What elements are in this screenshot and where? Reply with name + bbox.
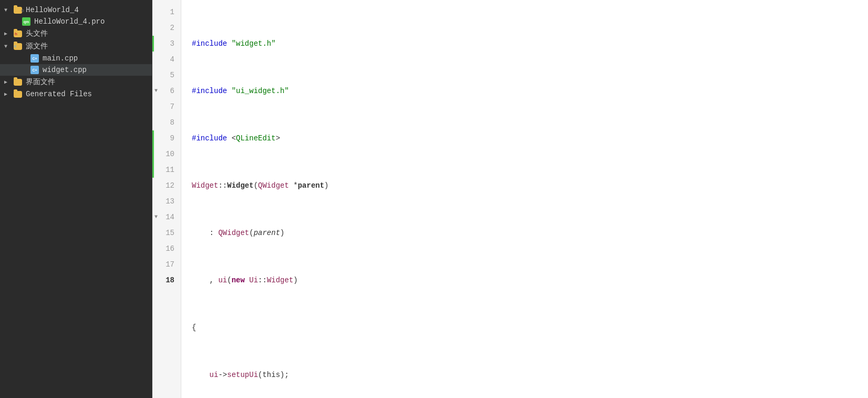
headers-folder-icon: h <box>13 29 23 38</box>
root-label: HelloWorld_4 <box>26 6 79 14</box>
sources-folder-icon: c <box>13 42 23 50</box>
current-line-bar-11 <box>152 162 154 178</box>
tree-ui-folder[interactable]: ▶ 界面文件 <box>0 76 152 88</box>
tree-headers-folder[interactable]: ▶ h 头文件 <box>0 27 152 40</box>
ui-folder-label: 界面文件 <box>26 77 55 87</box>
widget-cpp-icon: C+ <box>29 66 40 74</box>
folder-gear-icon: ⚙ <box>13 6 23 14</box>
code-line-4: Widget::Widget(QWidget *parent) <box>192 178 857 193</box>
code-editor[interactable]: 1 2 3 4 5 ▼ 6 7 8 9 10 <box>152 0 868 398</box>
line-num-1: 1 <box>152 4 181 20</box>
current-line-bar-3 <box>152 36 154 52</box>
line-num-14: ▼ 14 <box>152 209 181 225</box>
collapse-arrow-ui: ▶ <box>4 79 13 85</box>
line-numbers-panel: 1 2 3 4 5 ▼ 6 7 8 9 10 <box>152 0 181 398</box>
widget-cpp-label: widget.cpp <box>43 66 87 74</box>
line-num-18: 18 <box>152 272 181 288</box>
code-text-area[interactable]: #include "widget.h" #include "ui_widget.… <box>181 0 868 398</box>
line-num-12: 12 <box>152 178 181 193</box>
tree-main-cpp[interactable]: C+ main.cpp <box>0 53 152 64</box>
fold-arrow-6[interactable]: ▼ <box>154 83 158 99</box>
gear-overlay: ⚙ <box>22 8 24 14</box>
line-num-15: 15 <box>152 225 181 241</box>
line-num-11: 11 <box>152 162 181 178</box>
code-line-3: #include <QLineEdit> <box>192 130 857 146</box>
line-num-9: 9 <box>152 130 181 146</box>
tree-root[interactable]: ▼ ⚙ HelloWorld_4 <box>0 4 152 16</box>
line-num-3: 3 <box>152 36 181 52</box>
code-line-7: { <box>192 320 857 335</box>
fold-arrow-14[interactable]: ▼ <box>154 209 158 225</box>
line-num-2: 2 <box>152 20 181 36</box>
line-num-17: 17 <box>152 257 181 272</box>
sources-folder-label: 源文件 <box>26 42 48 51</box>
code-line-1: #include "widget.h" <box>192 36 857 52</box>
current-line-bar-10 <box>152 146 154 162</box>
collapse-arrow-gen: ▶ <box>4 91 13 97</box>
generated-folder-label: Generated Files <box>26 90 92 98</box>
generated-folder-icon <box>13 90 23 98</box>
file-tree: ▼ ⚙ HelloWorld_4 qm HelloWorld_4.pro ▶ h… <box>0 0 152 398</box>
main-cpp-label: main.cpp <box>43 54 78 63</box>
code-line-2: #include "ui_widget.h" <box>192 83 857 99</box>
line-num-6: ▼ 6 <box>152 83 181 99</box>
code-line-5: : QWidget(parent) <box>192 225 857 241</box>
ui-folder-icon <box>13 78 23 86</box>
tree-generated-folder[interactable]: ▶ Generated Files <box>0 88 152 100</box>
expand-arrow-sources: ▼ <box>4 44 13 49</box>
line-num-8: 8 <box>152 115 181 130</box>
code-line-8: ui->setupUi(this); <box>192 367 857 383</box>
line-num-10: 10 <box>152 146 181 162</box>
tree-sources-folder[interactable]: ▼ c 源文件 <box>0 40 152 53</box>
expand-arrow: ▼ <box>4 7 13 13</box>
collapse-arrow: ▶ <box>4 30 13 37</box>
tree-widget-cpp[interactable]: C+ widget.cpp <box>0 64 152 76</box>
pro-file-label: HelloWorld_4.pro <box>34 17 105 26</box>
line-num-16: 16 <box>152 241 181 257</box>
line-num-4: 4 <box>152 52 181 67</box>
current-line-bar-9 <box>152 130 154 146</box>
code-line-6: , ui(new Ui::Widget) <box>192 272 857 288</box>
main-cpp-icon: C+ <box>29 54 40 63</box>
line-num-5: 5 <box>152 67 181 83</box>
line-num-7: 7 <box>152 99 181 115</box>
tree-pro-file[interactable]: qm HelloWorld_4.pro <box>0 16 152 27</box>
headers-folder-label: 头文件 <box>26 29 48 38</box>
line-num-13: 13 <box>152 193 181 209</box>
pro-file-icon: qm <box>21 17 32 26</box>
